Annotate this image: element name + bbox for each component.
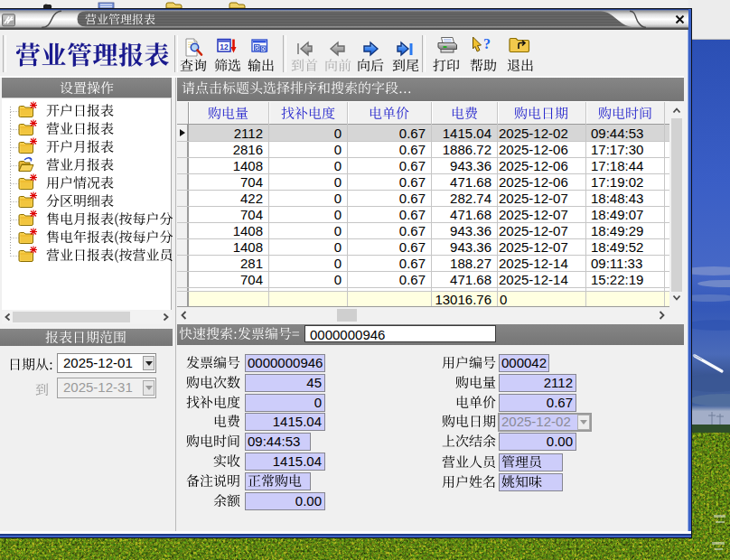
svg-text:12: 12 [220,42,229,51]
svg-text:?: ? [483,36,491,51]
